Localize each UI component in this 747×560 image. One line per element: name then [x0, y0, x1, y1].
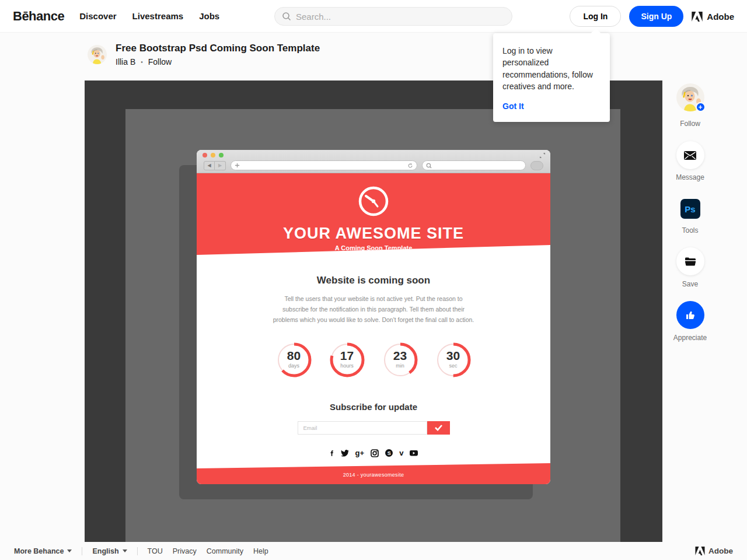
browser-toolbar: ◀ ▶	[204, 160, 543, 170]
divider	[82, 547, 82, 555]
mockup-footer: 2014 - yourawesomesite	[197, 463, 550, 484]
project-title: Free Bootstrap Psd Coming Soon Template	[116, 43, 320, 54]
back-button-icon: ◀	[204, 161, 215, 170]
sidebar-follow-label: Follow	[662, 120, 718, 128]
footer-adobe-logo[interactable]: Adobe	[695, 547, 733, 555]
login-button[interactable]: Log In	[570, 6, 621, 27]
mockup-site-subtitle: A Coming Soon Template	[197, 244, 550, 251]
mockup-paragraph: Tell the users that your website is not …	[271, 294, 476, 326]
mockup-footer-text: 2014 - yourawesomesite	[343, 472, 404, 478]
footer-link-privacy[interactable]: Privacy	[173, 547, 197, 555]
mockup-site-title: YOUR AWESOME SITE	[197, 225, 550, 243]
social-links-row: g+ S v	[197, 449, 550, 457]
nav-livestreams[interactable]: Livestreams	[132, 11, 184, 21]
traffic-lights	[203, 153, 224, 158]
adobe-mark-icon	[692, 12, 703, 22]
mockup-hero: YOUR AWESOME SITE A Coming Soon Template	[197, 173, 550, 255]
chrome-search-field	[422, 160, 526, 170]
footer-link-help[interactable]: Help	[253, 547, 268, 555]
sidebar-tools-label: Tools	[662, 226, 718, 235]
artboard-background: ◀ ▶	[125, 109, 620, 542]
refresh-icon	[407, 163, 413, 169]
subscribe-submit-button[interactable]	[427, 421, 450, 435]
nav-discover[interactable]: Discover	[79, 11, 116, 21]
tooltip-text: Log in to view personalized recommendati…	[502, 45, 601, 92]
toolbar-extra-control	[530, 161, 543, 170]
top-navigation: Bēhance Discover Livestreams Jobs Log In…	[0, 0, 747, 33]
follow-plus-icon: +	[696, 102, 706, 112]
skype-icon[interactable]: S	[385, 449, 393, 457]
signup-button[interactable]: Sign Up	[629, 6, 683, 27]
chrome-search-icon	[426, 163, 432, 169]
divider	[137, 547, 138, 555]
footer-link-tou[interactable]: TOU	[148, 547, 163, 555]
nav-jobs[interactable]: Jobs	[199, 11, 219, 21]
adobe-mark-icon	[695, 547, 705, 555]
sidebar-appreciate-label: Appreciate	[662, 334, 718, 342]
login-tooltip: Log in to view personalized recommendati…	[493, 33, 610, 122]
save-button[interactable]	[676, 247, 704, 275]
photoshop-tool-button[interactable]: Ps	[680, 199, 700, 219]
minimize-window-icon	[211, 153, 215, 158]
search-icon	[282, 12, 291, 21]
search-bar[interactable]	[274, 7, 512, 26]
chevron-down-icon	[67, 550, 72, 552]
clock-logo-icon	[357, 185, 390, 218]
youtube-icon[interactable]	[410, 449, 418, 457]
browser-chrome: ◀ ▶	[197, 150, 550, 173]
project-header: Free Bootstrap Psd Coming Soon Template …	[88, 43, 320, 66]
behance-logo[interactable]: Bēhance	[13, 9, 64, 24]
project-canvas: ◀ ▶	[85, 80, 662, 542]
browser-mockup-window: ◀ ▶	[197, 150, 550, 484]
nav-right-group: Log In Sign Up Adobe	[570, 0, 734, 33]
countdown-days: 80 days	[277, 342, 312, 377]
avatar-illustration-icon	[88, 45, 107, 64]
adobe-logo[interactable]: Adobe	[692, 12, 734, 22]
vimeo-icon[interactable]: v	[399, 449, 403, 457]
author-name[interactable]: Illia B	[116, 57, 135, 66]
search-input[interactable]	[296, 12, 505, 22]
facebook-icon[interactable]	[329, 449, 334, 457]
mockup-heading: Website is coming soon	[197, 275, 550, 286]
countdown-seconds: 30 sec	[436, 342, 471, 377]
adobe-wordmark: Adobe	[707, 12, 734, 22]
folder-icon	[685, 257, 696, 266]
chevron-down-icon	[123, 550, 127, 552]
got-it-link[interactable]: Got It	[502, 102, 524, 111]
checkmark-icon	[434, 424, 443, 431]
address-bar	[231, 160, 417, 170]
subscribe-form	[197, 421, 550, 435]
more-behance-dropdown[interactable]: More Behance	[14, 547, 72, 555]
close-window-icon	[203, 153, 207, 158]
countdown-minutes: 23 min	[383, 342, 418, 377]
sidebar-save-label: Save	[662, 280, 718, 288]
envelope-icon	[684, 151, 696, 160]
language-dropdown[interactable]: English	[92, 547, 127, 555]
thumbs-up-icon	[685, 309, 696, 321]
email-field[interactable]	[298, 421, 427, 435]
footer-link-community[interactable]: Community	[207, 547, 243, 555]
appreciate-button[interactable]	[676, 301, 704, 329]
sidebar-follow-button[interactable]: +	[676, 83, 704, 111]
subscribe-heading: Subscribe for update	[197, 402, 550, 412]
twitter-icon[interactable]	[341, 450, 349, 457]
fullscreen-icon	[539, 152, 546, 159]
separator-dot: •	[141, 59, 143, 65]
site-footer: More Behance English TOU Privacy Communi…	[0, 542, 747, 560]
zoom-window-icon	[219, 153, 224, 158]
countdown-hours: 17 hours	[330, 342, 365, 377]
countdown-row: 80 days 17 hours 23	[197, 342, 550, 377]
forward-button-icon: ▶	[215, 161, 226, 170]
sidebar-message-label: Message	[662, 173, 718, 181]
author-avatar[interactable]	[88, 45, 107, 64]
instagram-icon[interactable]	[371, 449, 379, 457]
follow-link[interactable]: Follow	[148, 57, 172, 66]
adobe-wordmark: Adobe	[708, 547, 733, 555]
message-button[interactable]	[676, 141, 704, 169]
photoshop-icon: Ps	[685, 204, 695, 214]
googleplus-icon[interactable]: g+	[355, 449, 365, 457]
new-tab-plus-icon	[235, 163, 240, 168]
